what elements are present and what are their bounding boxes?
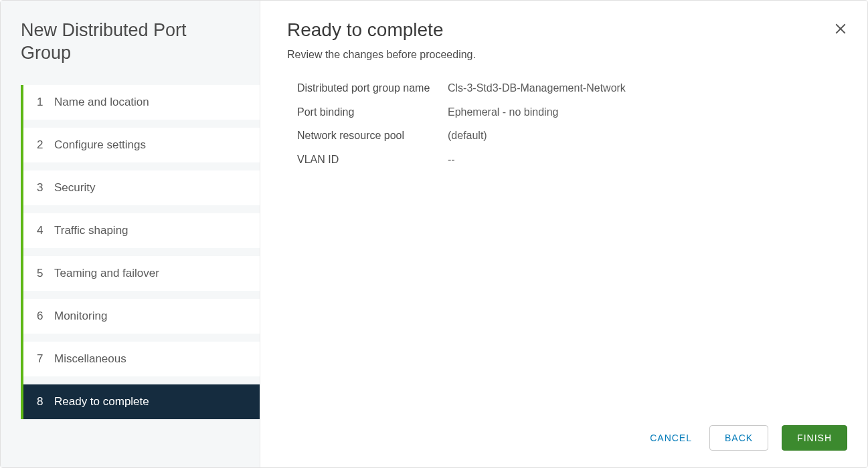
step-label: Traffic shaping [54,224,128,237]
page-title: Ready to complete [260,1,867,46]
wizard-sidebar: New Distributed Port Group 1 Name and lo… [1,1,260,467]
step-name-and-location[interactable]: 1 Name and location [23,85,260,120]
wizard-title: New Distributed Port Group [1,1,260,85]
detail-value: Cls-3-Std3-DB-Management-Network [448,81,626,96]
detail-row-port-group-name: Distributed port group name Cls-3-Std3-D… [297,81,831,96]
detail-label: Network resource pool [297,128,448,143]
detail-row-port-binding: Port binding Ephemeral - no binding [297,105,831,120]
step-number: 6 [37,310,50,323]
page-subtitle: Review the changes before proceeding. [260,46,867,74]
step-number: 2 [37,138,50,152]
detail-label: Port binding [297,105,448,120]
step-traffic-shaping[interactable]: 4 Traffic shaping [23,213,260,248]
step-label: Miscellaneous [54,352,126,366]
step-ready-to-complete[interactable]: 8 Ready to complete [23,384,260,419]
detail-label: Distributed port group name [297,81,448,96]
step-number: 8 [37,395,50,408]
step-label: Teaming and failover [54,267,159,280]
step-number: 3 [37,181,50,195]
step-label: Name and location [54,96,149,109]
step-configure-settings[interactable]: 2 Configure settings [23,128,260,162]
detail-value: Ephemeral - no binding [448,105,558,120]
detail-label: VLAN ID [297,152,448,167]
step-monitoring[interactable]: 6 Monitoring [23,299,260,334]
step-label: Monitoring [54,310,107,323]
step-label: Ready to complete [54,395,149,408]
step-number: 5 [37,267,50,280]
wizard-container: New Distributed Port Group 1 Name and lo… [0,0,868,468]
step-number: 1 [37,96,50,109]
detail-row-vlan-id: VLAN ID -- [297,152,831,167]
wizard-main-panel: Ready to complete Review the changes bef… [260,1,867,467]
detail-value: (default) [448,128,487,143]
back-button[interactable]: BACK [709,425,768,451]
step-number: 7 [37,352,50,366]
wizard-footer: CANCEL BACK FINISH [260,412,867,467]
cancel-button[interactable]: CANCEL [635,426,696,450]
step-number: 4 [37,224,50,237]
step-teaming-and-failover[interactable]: 5 Teaming and failover [23,256,260,291]
detail-row-network-resource-pool: Network resource pool (default) [297,128,831,143]
detail-value: -- [448,152,455,167]
step-label: Security [54,181,95,195]
review-details: Distributed port group name Cls-3-Std3-D… [260,74,867,183]
close-button[interactable] [834,22,847,35]
wizard-steps: 1 Name and location 2 Configure settings… [21,85,260,419]
step-label: Configure settings [54,138,146,152]
finish-button[interactable]: FINISH [782,425,847,451]
close-icon [835,23,847,35]
step-miscellaneous[interactable]: 7 Miscellaneous [23,342,260,376]
step-security[interactable]: 3 Security [23,170,260,205]
